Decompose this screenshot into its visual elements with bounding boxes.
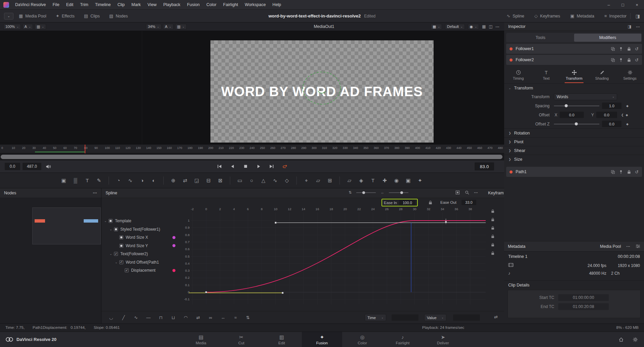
lock-icon[interactable] <box>627 170 631 174</box>
paint-tool-icon[interactable]: ✎ <box>93 176 105 186</box>
spline-pingpong-icon[interactable]: ↔ <box>219 314 227 321</box>
letterbox-tool-icon[interactable]: ⊟ <box>203 176 214 186</box>
page-tab-color[interactable]: ◎Color <box>342 332 383 347</box>
spline-tree-item-word-size-x[interactable]: ⌄Word Size X <box>102 233 181 242</box>
menu-item-color[interactable]: Color <box>203 2 220 7</box>
tab-tools[interactable]: Tools <box>507 34 574 42</box>
fit-view-icon[interactable] <box>455 190 460 195</box>
fast-noise-tool-icon[interactable]: ▒ <box>70 176 81 186</box>
merge-tool-icon[interactable]: ⊕ <box>167 176 179 186</box>
viewer-lut-select[interactable]: Default⌄ <box>445 24 465 30</box>
color-corrector-tool-icon[interactable]: ◔ <box>113 176 124 186</box>
enable-toggle[interactable] <box>510 47 513 50</box>
end-tc-field[interactable]: 01:00:20:08 <box>558 303 609 310</box>
spline-tree-item-word-offset-path1[interactable]: ⌄✓Word Offset(Path1 <box>102 258 181 267</box>
checkbox[interactable]: ✓ <box>125 268 129 272</box>
copy-icon[interactable] <box>611 58 615 62</box>
left-viewer-zoom-select[interactable]: 100%⌄ <box>3 24 21 30</box>
spline-tree-item-styled-text-follower1-[interactable]: ⌄Styled Text(Follower1) <box>102 225 181 234</box>
time-value-field[interactable] <box>392 314 418 321</box>
checkbox[interactable] <box>114 227 118 231</box>
mod-tab-timing[interactable]: Timing <box>509 70 528 83</box>
lock-icon[interactable] <box>627 47 631 51</box>
minimize-button[interactable]: – <box>602 0 616 9</box>
mod-tab-text[interactable]: TText <box>537 70 556 83</box>
menu-item-playback[interactable]: Playback <box>160 2 184 7</box>
viewer-split-icon[interactable]: ◫ <box>489 24 492 29</box>
timeline-scrollbar[interactable] <box>1 155 502 159</box>
lock-icon[interactable] <box>627 58 631 62</box>
maximize-button[interactable]: □ <box>616 0 630 9</box>
nodes-options-icon[interactable]: ••• <box>93 191 97 195</box>
time-mode-select[interactable]: Time⌄ <box>365 314 386 321</box>
zoom-icon[interactable] <box>465 190 469 195</box>
left-viewer-option-select[interactable]: ▥⌄ <box>35 24 46 30</box>
toggle-clips[interactable]: ▤Clips <box>84 13 100 18</box>
curve-lock-icon[interactable] <box>491 218 495 222</box>
preview-canvas[interactable]: WORD BY WORD AD FRAMES <box>210 40 434 143</box>
checkbox[interactable]: ✓ <box>119 260 123 264</box>
follower-control-overlay[interactable] <box>210 40 434 143</box>
curve-lock-icon[interactable] <box>491 234 495 238</box>
timeline-ruler[interactable]: 0102030405060708090100110120130140150160… <box>0 145 504 153</box>
spline-reverse-icon[interactable]: ⇄ <box>194 314 202 321</box>
toggle-media-pool[interactable]: ▦Media Pool <box>19 13 46 18</box>
value-mode-select[interactable]: Value⌄ <box>424 314 446 321</box>
loop-button[interactable] <box>280 162 290 170</box>
copy-icon[interactable] <box>611 47 615 51</box>
speaker-icon[interactable] <box>46 164 51 169</box>
planar-tracker-tool-icon[interactable]: ▱ <box>312 176 324 186</box>
page-tab-fusion[interactable]: ✦Fusion <box>302 332 342 347</box>
reset-icon[interactable]: ↺ <box>635 58 639 62</box>
viewer-3d-select[interactable]: ◉⌄ <box>468 24 479 30</box>
mod-tab-transform[interactable]: Transform <box>565 70 583 83</box>
color-curves-tool-icon[interactable]: ∿ <box>124 176 136 186</box>
reset-icon[interactable]: ↺ <box>635 170 639 174</box>
brightness-contrast-tool-icon[interactable]: ◐ <box>148 176 160 186</box>
right-viewer-zoom-select[interactable]: 34%⌄ <box>146 24 161 30</box>
spline-tree-item-word-size-y[interactable]: ⌄Word Size Y <box>102 242 181 250</box>
panel-layout-icon[interactable]: ◨ <box>636 13 640 19</box>
menu-item-help[interactable]: Help <box>269 2 285 7</box>
current-frame-field[interactable]: 83.0 <box>475 162 494 170</box>
mod-tab-shading[interactable]: Shading <box>593 70 611 83</box>
curve-lock-icon[interactable] <box>491 251 495 255</box>
go-to-end-button[interactable] <box>267 162 277 170</box>
modifier-row-follower1[interactable]: Follower1 ↺ <box>506 44 642 54</box>
menu-item-trim[interactable]: Trim <box>77 2 92 7</box>
home-icon[interactable] <box>618 337 624 342</box>
viewer-layout-select[interactable]: ▦⌄ <box>431 24 442 30</box>
spline-tree-item-text-follower2-[interactable]: ⌄✓Text(Follower2) <box>102 250 181 258</box>
toggle-keyframes[interactable]: ◇Keyframes <box>534 13 560 18</box>
offset-z-slider[interactable] <box>554 124 599 124</box>
text-plus-tool-icon[interactable]: T <box>81 176 93 186</box>
menu-item-file[interactable]: File <box>49 2 63 7</box>
prev-keyframe-icon[interactable]: ❮ <box>621 113 624 117</box>
merge-3d-tool-icon[interactable]: ✚ <box>379 176 391 186</box>
enable-toggle[interactable] <box>510 170 513 174</box>
offset-x-field[interactable]: 0.0 <box>560 112 584 118</box>
menu-item-clip[interactable]: Clip <box>114 2 128 7</box>
spline-zoom-slider[interactable] <box>389 192 408 193</box>
checkbox[interactable] <box>109 219 113 223</box>
spacing-field[interactable]: 1.0 <box>602 103 621 109</box>
toggle-nodes[interactable]: ▧Nodes <box>109 13 128 18</box>
tab-modifiers[interactable]: Modifiers <box>574 34 641 42</box>
toggle-inspector[interactable]: ≡Inspector <box>604 13 627 18</box>
offset-y-field[interactable]: 0.0 <box>596 112 617 118</box>
gear-icon[interactable] <box>633 337 638 342</box>
spline-step-out-icon[interactable]: ⊔ <box>169 314 177 321</box>
resize-tool-icon[interactable]: ⊠ <box>214 176 226 186</box>
spline-options-icon[interactable]: ••• <box>474 191 478 194</box>
spot-light-tool-icon[interactable]: ✦ <box>414 176 426 186</box>
ellipse-mask-tool-icon[interactable]: ○ <box>246 176 257 186</box>
dissolve-tool-icon[interactable]: ⇄ <box>179 176 191 186</box>
section-rotation[interactable]: ❯Rotation <box>504 128 644 137</box>
modifier-row-follower2[interactable]: Follower2 ↺ <box>506 55 642 65</box>
shape-3d-tool-icon[interactable]: ◈ <box>355 176 367 186</box>
right-viewer-option-select[interactable]: ▥⌄ <box>175 24 187 30</box>
checkbox[interactable] <box>119 244 123 248</box>
menu-item-mark[interactable]: Mark <box>128 2 144 7</box>
fit-horizontal-icon[interactable]: ⇔ <box>380 191 384 195</box>
renderer-3d-tool-icon[interactable]: ▣ <box>402 176 414 186</box>
